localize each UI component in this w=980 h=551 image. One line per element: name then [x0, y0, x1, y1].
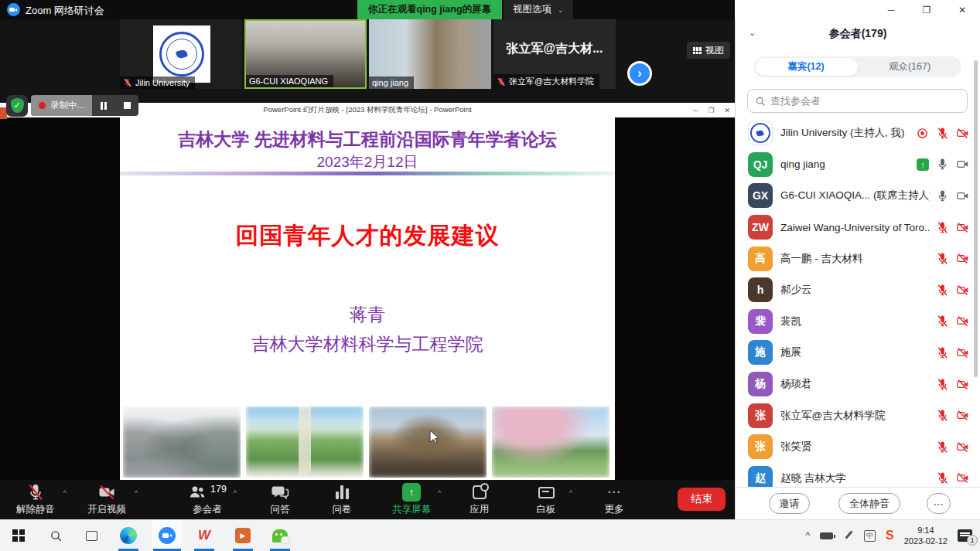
wechat-icon[interactable]: [265, 520, 295, 551]
avatar-jilin-logo: [748, 121, 773, 145]
tab-attendees[interactable]: 观众(167): [858, 56, 961, 77]
notification-center-icon[interactable]: 1: [958, 529, 972, 542]
slide-title: 吉林大学 先进材料与工程前沿国际青年学者论坛: [120, 128, 615, 151]
start-video-button[interactable]: 开启视频 ^: [74, 482, 139, 517]
edge-browser-icon[interactable]: [113, 520, 144, 551]
taskbar-search-button[interactable]: [37, 520, 74, 551]
participant-row[interactable]: 杨 杨琰君: [736, 369, 980, 400]
end-meeting-button[interactable]: 结束: [678, 488, 726, 511]
participant-row[interactable]: Jilin University (主持人, 我): [736, 117, 980, 149]
security-shield-icon[interactable]: ✓: [6, 95, 28, 117]
video-thumbnail-cui-xiaoqiang[interactable]: G6-CUI XIAOQIANG: [244, 19, 367, 89]
thumbnail-label: G6-CUI XIAOQIANG: [246, 75, 333, 87]
mic-muted-icon: [936, 471, 949, 485]
participant-row[interactable]: 施 施展: [736, 337, 980, 369]
camera-off-icon: [956, 252, 969, 265]
stop-recording-button[interactable]: [115, 95, 138, 116]
check-icon: ✓: [13, 100, 20, 111]
search-participants-input[interactable]: [770, 95, 960, 107]
search-icon: [755, 96, 766, 107]
maximize-button[interactable]: ❐: [909, 0, 944, 19]
participant-row[interactable]: ZW Zaiwei Wang-University of Toro...: [736, 212, 980, 243]
invite-button[interactable]: 邀请: [769, 493, 810, 514]
participants-button[interactable]: 179 参会者 ^: [169, 482, 246, 517]
participant-display-name: 张立军@吉大材...: [493, 41, 616, 57]
ime-indicator[interactable]: 中: [864, 530, 876, 542]
close-button[interactable]: ✕: [944, 0, 980, 19]
participant-row[interactable]: QJ qing jiang ↑: [736, 149, 980, 181]
participant-video-name: qing jiang: [372, 78, 408, 87]
chevron-up-icon[interactable]: ^: [63, 489, 67, 497]
search-icon: [50, 529, 63, 542]
participant-row[interactable]: 高 高一鹏 - 吉大材料: [736, 243, 980, 274]
whiteboard-button[interactable]: 白板 ^: [517, 482, 575, 517]
unmute-button[interactable]: 解除静音 ^: [6, 482, 65, 517]
clock-date: 2023-02-12: [904, 536, 948, 546]
participant-row[interactable]: 裴 裴凯: [736, 306, 980, 338]
taskbar-clock[interactable]: 9:14 2023-02-12: [904, 525, 948, 547]
qa-button[interactable]: 问答: [255, 482, 305, 517]
panel-more-button[interactable]: ⋯: [927, 493, 951, 514]
participant-row[interactable]: 赵 赵晓 吉林大学: [736, 463, 980, 487]
ppt-minimize-button[interactable]: ─: [693, 107, 698, 114]
zoom-app-icon[interactable]: [152, 520, 183, 551]
share-screen-button[interactable]: ↑ 共享屏幕 ^: [377, 482, 446, 517]
chevron-up-icon[interactable]: ^: [234, 489, 237, 497]
participants-panel: ⌄ 参会者(179) 嘉宾(12) 观众(167) Jilin Universi…: [735, 19, 980, 519]
participant-row[interactable]: h 郝少云: [736, 274, 980, 306]
battery-icon[interactable]: [820, 532, 833, 539]
avatar: 裴: [748, 309, 773, 334]
panel-tabs: 嘉宾(12) 观众(167): [754, 56, 961, 77]
share-screen-label: 共享屏幕: [392, 503, 431, 516]
participant-row[interactable]: GX G6-CUI XIAOQIA... (联席主持人): [736, 180, 980, 212]
chevron-up-icon[interactable]: ^: [135, 489, 138, 497]
pen-icon[interactable]: [843, 530, 854, 541]
s-tray-app-icon[interactable]: S: [886, 529, 894, 542]
polls-button[interactable]: 问卷: [317, 482, 367, 517]
qa-label: 问答: [271, 503, 290, 516]
chevron-up-icon[interactable]: ^: [438, 489, 441, 497]
wps-presentation-icon[interactable]: ▶: [227, 520, 258, 551]
mic-muted-icon: [123, 78, 132, 87]
participant-row[interactable]: 张 张立军@吉大材料学院: [736, 400, 980, 431]
start-button[interactable]: [0, 520, 37, 551]
participant-name: 张笑贤: [780, 440, 930, 454]
tray-expand-chevron[interactable]: ^: [805, 530, 810, 541]
zoom-titlebar: Zoom 网络研讨会 你正在观看qing jiang的屏幕 视图选项 ⌄ ─ ❐…: [0, 0, 980, 19]
video-thumbnail-jilin-university[interactable]: Jilin University: [120, 19, 242, 89]
panel-scrollbar[interactable]: [974, 60, 978, 377]
next-page-arrow-button[interactable]: ›: [627, 61, 652, 86]
more-label: 更多: [605, 503, 624, 516]
mic-muted-icon: [936, 378, 949, 391]
participant-row[interactable]: 张 张笑贤: [736, 431, 980, 463]
polls-bars-icon: [336, 485, 349, 499]
apps-label: 应用: [470, 503, 490, 516]
ppt-restore-button[interactable]: ❐: [708, 107, 714, 114]
wps-office-icon[interactable]: W: [189, 520, 220, 551]
more-button[interactable]: ⋯ 更多: [589, 482, 639, 517]
unmute-label: 解除静音: [16, 503, 55, 516]
mic-muted-icon: [936, 221, 949, 234]
video-thumbnail-qing-jiang[interactable]: qing jiang: [369, 19, 491, 89]
view-options-button[interactable]: 视图选项 ⌄: [504, 0, 573, 19]
ppt-close-button[interactable]: ✕: [724, 107, 730, 114]
task-view-icon: [86, 531, 97, 541]
campus-photo-main-building: [369, 406, 487, 478]
chevron-up-icon[interactable]: ^: [569, 489, 572, 497]
apps-button[interactable]: 应用: [455, 482, 504, 517]
recording-bar: 录制中...: [31, 95, 138, 116]
whiteboard-label: 白板: [537, 503, 556, 516]
task-view-button[interactable]: [74, 520, 108, 551]
video-thumbnail-zhang-lijun[interactable]: 张立军@吉大材... 张立军@吉大材料学院: [493, 19, 616, 89]
pause-recording-button[interactable]: [92, 95, 115, 116]
mute-all-button[interactable]: 全体静音: [838, 493, 900, 514]
participant-video-name: 张立军@吉大材料学院: [509, 76, 594, 87]
participants-list: Jilin University (主持人, 我) QJ qing jiang …: [736, 117, 980, 487]
view-layout-button[interactable]: 视图: [687, 42, 730, 59]
mic-muted-icon: [936, 284, 949, 297]
arrow-right-icon: ›: [637, 66, 641, 80]
minimize-button[interactable]: ─: [873, 0, 909, 19]
tab-panelists[interactable]: 嘉宾(12): [754, 56, 858, 77]
panel-title: 参会者(179): [736, 27, 980, 41]
video-strip: Jilin University G6-CUI XIAOQIANG qing j…: [0, 19, 735, 103]
